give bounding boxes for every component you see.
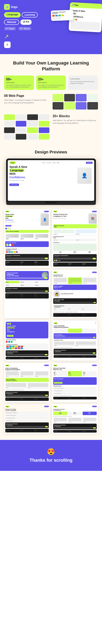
tiny-btn-pricing: Sign Up (92, 365, 97, 366)
card-img-1a (6, 234, 19, 238)
tiny-logo-pricing: lingo (53, 365, 57, 366)
block-5 (4, 121, 15, 126)
tiny-nav-4: lingo Sign Up (53, 271, 97, 274)
thanks-emoji: 😍 (47, 448, 55, 456)
preview-page-faq: lingo Sign Up Change Your PageChoose Lan… (4, 404, 50, 434)
pricing-price-business: $29 (83, 372, 96, 374)
card-sub-1b: Advanced (21, 239, 33, 240)
tiny-sub-2: Discover the joy of learning (53, 218, 88, 219)
flag-4 (61, 15, 64, 16)
laptop-notch (45, 202, 57, 203)
mini-page-2 (64, 94, 75, 101)
blocks-grid (4, 114, 49, 140)
stat-label-1: Rating (53, 253, 67, 254)
footer-1: Company About Blog Courses English Spani… (5, 261, 49, 266)
mockup-title: Speak A NewWithConfidence (71, 9, 101, 19)
build-heading: Build Your Own Language Learning Platfor… (4, 60, 98, 72)
feature-card-pages: 08+ Web Pages You will get 8+pages of we… (4, 76, 34, 90)
design-previews-heading: Design Previews (4, 150, 98, 154)
pricing-price-free: $0 (54, 372, 67, 374)
design-previews-section: Design Previews lingo Home Courses About… (0, 146, 102, 440)
tiny-cta-1: Get Started (5, 225, 12, 226)
web-pages-grid (53, 94, 98, 110)
tiny-nav-blog: lingo Sign Up (5, 364, 49, 367)
preview-row-1: lingo Sign Up Speak A NewLanguageWithCon… (4, 209, 98, 268)
mini-page-3 (76, 94, 86, 101)
logo-icon: 🔤 (4, 4, 10, 10)
laptop-hero-content: Speak A New Language With Confidence. St… (9, 165, 93, 186)
sub-btn-2 (93, 258, 96, 260)
laptop-hero-highlight: Language (9, 169, 24, 172)
block-9 (4, 128, 15, 133)
preview-page-home: lingo Sign Up Speak A NewLanguageWithCon… (4, 209, 50, 268)
flag-3 (58, 15, 61, 16)
laptop-nav-logo: lingo (9, 161, 16, 164)
tiny-nav-last: lingo Sign Up (53, 405, 97, 408)
tag-language: Language (4, 12, 21, 18)
nav-link-courses: Courses (47, 162, 51, 164)
tiny-card-1b: Spanish Advanced (20, 234, 34, 240)
preview-row-5: lingo Sign Up Change Your PageChoose Lan… (4, 404, 98, 434)
footer-col-1a: Company About Blog (6, 262, 20, 265)
tiny-card-1a: English Beginner (5, 234, 19, 240)
laptop-screen: lingo Home Courses About Blog Sign Up (6, 158, 96, 202)
footer-links-1: Company About Blog Courses English Spani… (6, 262, 48, 265)
mini-pages (53, 94, 98, 110)
nav-link-home: Home (42, 162, 46, 164)
tiny-logo-blog: lingo (5, 365, 9, 366)
pricing-feat-5: Team (83, 374, 96, 375)
pricing-feat-2: Basic (54, 375, 67, 376)
pricing-free: Free $0 5 Courses Basic (53, 371, 67, 376)
card-img-2a (54, 230, 74, 233)
block-16 (39, 134, 50, 140)
subscribe-input-1 (6, 258, 48, 259)
feat-label-pages: Web Pages (6, 82, 32, 84)
mini-page-4 (87, 94, 98, 101)
block-3 (27, 114, 38, 120)
blocks-desc: Web Blocks: You will get 20+ web blocks … (53, 119, 98, 124)
tiny-logo-mobile-2: lingo (54, 322, 58, 324)
tiny-btn-1: Sign Up (44, 211, 49, 212)
flag-row (52, 14, 72, 16)
mockup-img (70, 21, 100, 30)
stat-1: 4.8 Rating (53, 251, 67, 254)
feat-desc-custom: You can customize layouts all the web se… (70, 80, 96, 84)
laptop-screen-inner: lingo Home Courses About Blog Sign Up (8, 160, 94, 201)
tag-uikit: UI Kit (20, 20, 32, 25)
web-pages-heading: 08 Web Page (4, 94, 49, 98)
blocks-grid-area (4, 114, 49, 140)
stat-num-1: 4.8 (53, 251, 67, 253)
card-title-2b: Course 2 (76, 234, 96, 234)
tiny-img-1: 👤 (41, 214, 49, 226)
tiny-sec-title-1: Next Course Available (6, 231, 48, 232)
card-img-2b (76, 230, 96, 233)
laptop-hero-left: Speak A New Language With Confidence. St… (9, 165, 75, 186)
footer-col-2b: Courses English (68, 263, 82, 266)
tiny-title-1: Speak A NewLanguageWithConfidence. (5, 214, 40, 221)
subscribe-input-2 (54, 258, 96, 260)
laptop-hero-page: lingo Home Courses About Blog Sign Up (8, 160, 94, 201)
pricing-feat-6: Priority (83, 375, 96, 376)
web-pages-info: 08 Web Page Web Pages: You will get 8 pa… (4, 94, 49, 104)
preview-page-courses: lingo Sign Up Long Words CanCan Be Learn… (52, 270, 98, 318)
block-2 (16, 114, 27, 120)
tiny-card-2b: Course 2 (75, 229, 97, 235)
mini-page-5 (53, 102, 63, 110)
badge-pages: 8+ Pages (4, 27, 16, 30)
blocks-info: 20+ Blocks Web Blocks: You will get 20+ … (53, 114, 98, 124)
tiny-logo-faq: lingo (5, 406, 9, 407)
tiny-btn-faq: Sign Up (44, 406, 49, 407)
footer-col-title-2c: Support (82, 263, 96, 264)
laptop-hero-title: Speak A New Language With Confidence. (9, 165, 75, 179)
card-title-2a: Course 1 (54, 234, 74, 234)
flag-2 (55, 15, 58, 16)
hero-mockup: 🔤 lingo Speak A NewWithConfidence Langua… (51, 2, 102, 43)
stat-3: 50+ Courses (83, 251, 97, 254)
footer-link-1: About (6, 263, 20, 264)
preview-page-last: lingo Sign Up Language LearningFor Every… (52, 404, 98, 434)
tiny-nav-pricing: lingo Sign Up (53, 364, 97, 367)
laptop-hero-image (77, 168, 91, 184)
footer-link-8: English (68, 265, 82, 266)
preview-page-explore: Explore PossibleLanguagesAcross The Worl… (4, 270, 50, 318)
web-pages-desc: Web Pages: You will get 8 pages of websi… (4, 99, 49, 104)
